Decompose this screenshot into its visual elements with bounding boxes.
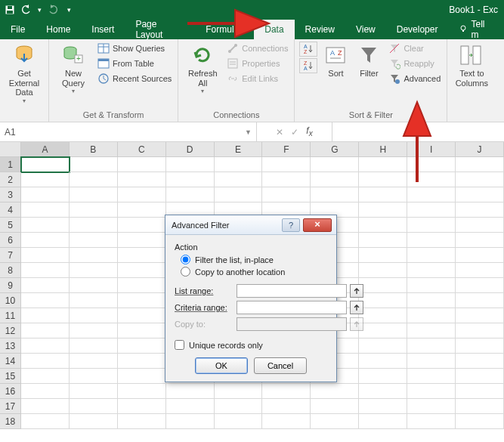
cell[interactable] (70, 323, 118, 338)
cell[interactable] (456, 233, 504, 248)
tab-insert[interactable]: Insert (81, 20, 125, 39)
cell[interactable] (118, 263, 166, 278)
cell[interactable] (21, 263, 70, 278)
cell[interactable] (456, 187, 504, 202)
cell[interactable] (166, 187, 215, 202)
cell[interactable] (166, 414, 215, 429)
cell[interactable] (215, 172, 263, 187)
recent-sources-button[interactable]: Recent Sources (96, 72, 173, 85)
cell[interactable] (359, 384, 407, 399)
cell[interactable] (70, 293, 118, 308)
cell[interactable] (407, 369, 456, 384)
column-header[interactable]: A (21, 142, 70, 157)
cell[interactable] (70, 399, 118, 414)
row-header[interactable]: 4 (0, 202, 21, 218)
formula-input[interactable] (332, 122, 504, 141)
cell[interactable] (456, 399, 504, 414)
cell[interactable] (456, 202, 504, 218)
cell[interactable] (359, 369, 407, 384)
cancel-button[interactable]: Cancel (254, 357, 307, 374)
cell[interactable] (311, 187, 359, 202)
cell[interactable] (262, 399, 311, 414)
cell[interactable] (70, 202, 118, 218)
row-header[interactable]: 5 (0, 218, 21, 233)
row-header[interactable]: 13 (0, 338, 21, 354)
row-header[interactable]: 15 (0, 369, 21, 384)
cell[interactable] (262, 187, 311, 202)
cell[interactable] (21, 157, 70, 172)
cell[interactable] (21, 308, 70, 323)
cell[interactable] (407, 384, 456, 399)
cell[interactable] (456, 172, 504, 187)
name-box-dropdown-icon[interactable]: ▼ (245, 128, 252, 136)
cell[interactable] (118, 384, 166, 399)
cell[interactable] (262, 172, 311, 187)
tab-file[interactable]: File (0, 20, 36, 39)
fx-icon[interactable]: fx (306, 125, 312, 138)
column-header[interactable]: B (70, 142, 118, 157)
cell[interactable] (456, 414, 504, 429)
cell[interactable] (359, 293, 407, 308)
undo-icon[interactable] (21, 5, 32, 15)
unique-records-label[interactable]: Unique records only (189, 341, 263, 350)
cell[interactable] (311, 414, 359, 429)
radio-filter-in-place-label[interactable]: Filter the list, in-place (195, 255, 274, 264)
cell[interactable] (359, 248, 407, 263)
advanced-button[interactable]: Advanced (387, 72, 442, 85)
cell[interactable] (118, 293, 166, 308)
cell[interactable] (118, 157, 166, 172)
cell[interactable] (359, 233, 407, 248)
cell[interactable] (262, 414, 311, 429)
refresh-all-button[interactable]: Refresh All ▾ (183, 42, 222, 94)
save-icon[interactable] (5, 5, 15, 15)
cell[interactable] (166, 384, 215, 399)
tab-developer[interactable]: Developer (386, 20, 449, 39)
cell[interactable] (70, 233, 118, 248)
row-header[interactable]: 9 (0, 278, 21, 293)
cell[interactable] (407, 323, 456, 338)
text-to-columns-button[interactable]: Text to Columns (452, 42, 491, 88)
dialog-titlebar[interactable]: Advanced Filter ? × (165, 215, 336, 235)
cell[interactable] (311, 384, 359, 399)
cell[interactable] (118, 218, 166, 233)
cell[interactable] (21, 338, 70, 354)
cell[interactable] (359, 202, 407, 218)
enter-formula-icon[interactable]: ✓ (291, 127, 298, 138)
sort-za-button[interactable]: ZA (299, 58, 317, 73)
cancel-formula-icon[interactable]: ✕ (276, 127, 283, 138)
column-header[interactable]: E (215, 142, 263, 157)
cell[interactable] (21, 384, 70, 399)
criteria-range-input[interactable] (237, 301, 347, 314)
cell[interactable] (70, 187, 118, 202)
cell[interactable] (118, 354, 166, 369)
cell[interactable] (215, 399, 263, 414)
ok-button[interactable]: OK (195, 357, 248, 374)
tab-data[interactable]: Data (254, 20, 294, 39)
row-header[interactable]: 18 (0, 414, 21, 429)
cell[interactable] (359, 338, 407, 354)
from-table-button[interactable]: From Table (96, 57, 173, 70)
cell[interactable] (359, 187, 407, 202)
row-header[interactable]: 1 (0, 157, 21, 172)
cell[interactable] (359, 323, 407, 338)
cell[interactable] (407, 278, 456, 293)
row-header[interactable]: 17 (0, 399, 21, 414)
edit-links-button[interactable]: Edit Links (225, 72, 289, 85)
cell[interactable] (166, 157, 215, 172)
row-header[interactable]: 7 (0, 248, 21, 263)
cell[interactable] (215, 187, 263, 202)
row-header[interactable]: 14 (0, 354, 21, 369)
cell[interactable] (407, 233, 456, 248)
new-query-button[interactable]: + New Query ▾ (54, 42, 93, 94)
row-header[interactable]: 16 (0, 384, 21, 399)
cell[interactable] (70, 384, 118, 399)
column-header[interactable]: D (166, 142, 215, 157)
dialog-close-button[interactable]: × (303, 218, 332, 232)
cell[interactable] (359, 263, 407, 278)
column-header[interactable]: G (311, 142, 359, 157)
cell[interactable] (407, 293, 456, 308)
dialog-help-button[interactable]: ? (282, 218, 300, 232)
cell[interactable] (407, 354, 456, 369)
cell[interactable] (359, 172, 407, 187)
cell[interactable] (407, 308, 456, 323)
